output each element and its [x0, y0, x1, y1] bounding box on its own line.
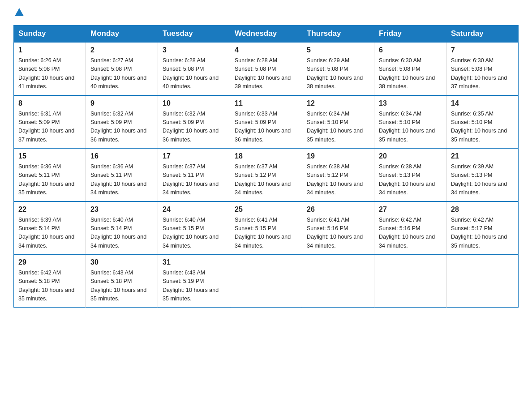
sunrise-label: Sunrise: 6:37 AM: [163, 163, 205, 170]
day-info: Sunrise: 6:26 AM Sunset: 5:08 PM Dayligh…: [18, 56, 81, 91]
sunrise-label: Sunrise: 6:26 AM: [18, 57, 61, 64]
daylight-label: Daylight: 10 hours and 34 minutes.: [235, 181, 291, 196]
day-of-week-header: Sunday: [14, 26, 86, 43]
daylight-label: Daylight: 10 hours and 34 minutes.: [451, 181, 507, 196]
day-info: Sunrise: 6:32 AM Sunset: 5:09 PM Dayligh…: [90, 110, 153, 145]
sunrise-label: Sunrise: 6:40 AM: [163, 217, 205, 223]
daylight-label: Daylight: 10 hours and 34 minutes.: [18, 234, 74, 248]
sunset-label: Sunset: 5:10 PM: [307, 119, 348, 125]
calendar-day-cell: 8 Sunrise: 6:31 AM Sunset: 5:09 PM Dayli…: [14, 95, 86, 149]
calendar-day-cell: 9 Sunrise: 6:32 AM Sunset: 5:09 PM Dayli…: [86, 95, 158, 149]
day-number: 30: [90, 258, 153, 266]
daylight-label: Daylight: 10 hours and 35 minutes.: [451, 128, 507, 142]
day-of-week-header: Thursday: [302, 26, 374, 43]
day-info: Sunrise: 6:38 AM Sunset: 5:12 PM Dayligh…: [307, 163, 369, 197]
sunset-label: Sunset: 5:16 PM: [307, 225, 348, 231]
calendar-day-cell: [230, 254, 302, 307]
calendar-day-cell: 21 Sunrise: 6:39 AM Sunset: 5:13 PM Dayl…: [446, 148, 519, 201]
sunset-label: Sunset: 5:12 PM: [235, 172, 276, 178]
day-number: 1: [18, 46, 81, 54]
day-info: Sunrise: 6:37 AM Sunset: 5:11 PM Dayligh…: [163, 163, 225, 197]
day-info: Sunrise: 6:30 AM Sunset: 5:08 PM Dayligh…: [451, 56, 514, 91]
daylight-label: Daylight: 10 hours and 34 minutes.: [163, 181, 219, 196]
day-number: 11: [235, 99, 297, 107]
sunrise-label: Sunrise: 6:36 AM: [90, 163, 133, 170]
calendar-day-cell: 18 Sunrise: 6:37 AM Sunset: 5:12 PM Dayl…: [230, 148, 302, 201]
day-number: 5: [307, 46, 369, 54]
calendar-day-cell: [302, 254, 374, 307]
day-info: Sunrise: 6:39 AM Sunset: 5:14 PM Dayligh…: [18, 216, 81, 251]
day-info: Sunrise: 6:37 AM Sunset: 5:12 PM Dayligh…: [235, 163, 297, 197]
day-info: Sunrise: 6:41 AM Sunset: 5:15 PM Dayligh…: [235, 216, 297, 251]
day-info: Sunrise: 6:40 AM Sunset: 5:14 PM Dayligh…: [90, 216, 153, 251]
day-info: Sunrise: 6:30 AM Sunset: 5:08 PM Dayligh…: [379, 56, 442, 91]
calendar-day-cell: 11 Sunrise: 6:33 AM Sunset: 5:09 PM Dayl…: [230, 95, 302, 149]
calendar-day-cell: 10 Sunrise: 6:32 AM Sunset: 5:09 PM Dayl…: [158, 95, 230, 149]
calendar-day-cell: 2 Sunrise: 6:27 AM Sunset: 5:08 PM Dayli…: [86, 42, 158, 95]
sunrise-label: Sunrise: 6:31 AM: [18, 111, 61, 117]
sunset-label: Sunset: 5:15 PM: [163, 225, 204, 231]
calendar-day-cell: 3 Sunrise: 6:28 AM Sunset: 5:08 PM Dayli…: [158, 42, 230, 95]
calendar-day-cell: [446, 254, 519, 307]
day-info: Sunrise: 6:34 AM Sunset: 5:10 PM Dayligh…: [379, 110, 442, 145]
day-number: 18: [235, 152, 297, 160]
sunset-label: Sunset: 5:08 PM: [18, 66, 60, 72]
day-info: Sunrise: 6:42 AM Sunset: 5:18 PM Dayligh…: [18, 269, 81, 304]
calendar-day-cell: 12 Sunrise: 6:34 AM Sunset: 5:10 PM Dayl…: [302, 95, 374, 149]
sunset-label: Sunset: 5:09 PM: [163, 119, 204, 125]
day-number: 16: [90, 152, 153, 160]
day-number: 12: [307, 99, 369, 107]
day-number: 3: [163, 46, 225, 54]
sunrise-label: Sunrise: 6:27 AM: [90, 57, 133, 64]
calendar-week-row: 1 Sunrise: 6:26 AM Sunset: 5:08 PM Dayli…: [14, 42, 519, 95]
calendar-day-cell: 30 Sunrise: 6:43 AM Sunset: 5:18 PM Dayl…: [86, 254, 158, 307]
sunset-label: Sunset: 5:18 PM: [90, 278, 132, 284]
day-number: 17: [163, 152, 225, 160]
calendar-day-cell: 7 Sunrise: 6:30 AM Sunset: 5:08 PM Dayli…: [446, 42, 519, 95]
calendar-day-cell: 25 Sunrise: 6:41 AM Sunset: 5:15 PM Dayl…: [230, 201, 302, 255]
calendar-day-cell: 15 Sunrise: 6:36 AM Sunset: 5:11 PM Dayl…: [14, 148, 86, 201]
day-info: Sunrise: 6:43 AM Sunset: 5:19 PM Dayligh…: [163, 269, 225, 304]
sunrise-label: Sunrise: 6:36 AM: [18, 163, 61, 170]
sunrise-label: Sunrise: 6:39 AM: [18, 217, 61, 223]
sunset-label: Sunset: 5:08 PM: [235, 66, 276, 72]
sunrise-label: Sunrise: 6:39 AM: [451, 163, 493, 170]
sunset-label: Sunset: 5:10 PM: [379, 119, 420, 125]
day-number: 27: [379, 206, 442, 214]
day-number: 20: [379, 152, 442, 160]
sunset-label: Sunset: 5:09 PM: [18, 119, 60, 125]
daylight-label: Daylight: 10 hours and 34 minutes.: [90, 234, 146, 248]
sunset-label: Sunset: 5:09 PM: [90, 119, 132, 125]
day-number: 7: [451, 46, 514, 54]
sunset-label: Sunset: 5:11 PM: [90, 172, 132, 178]
sunset-label: Sunset: 5:14 PM: [18, 225, 60, 231]
day-number: 14: [451, 99, 514, 107]
day-info: Sunrise: 6:43 AM Sunset: 5:18 PM Dayligh…: [90, 269, 153, 304]
day-number: 15: [18, 152, 81, 160]
calendar-table: SundayMondayTuesdayWednesdayThursdayFrid…: [13, 25, 519, 308]
calendar-day-cell: 14 Sunrise: 6:35 AM Sunset: 5:10 PM Dayl…: [446, 95, 519, 149]
day-info: Sunrise: 6:31 AM Sunset: 5:09 PM Dayligh…: [18, 110, 81, 145]
day-info: Sunrise: 6:28 AM Sunset: 5:08 PM Dayligh…: [163, 56, 225, 91]
day-info: Sunrise: 6:42 AM Sunset: 5:17 PM Dayligh…: [451, 216, 514, 251]
daylight-label: Daylight: 10 hours and 38 minutes.: [307, 75, 363, 90]
sunrise-label: Sunrise: 6:32 AM: [90, 111, 133, 117]
logo-triangle-icon: [15, 8, 24, 16]
sunrise-label: Sunrise: 6:29 AM: [307, 57, 349, 64]
calendar-week-row: 29 Sunrise: 6:42 AM Sunset: 5:18 PM Dayl…: [14, 254, 519, 307]
day-info: Sunrise: 6:34 AM Sunset: 5:10 PM Dayligh…: [307, 110, 369, 145]
sunset-label: Sunset: 5:11 PM: [163, 172, 204, 178]
sunrise-label: Sunrise: 6:28 AM: [163, 57, 205, 64]
day-info: Sunrise: 6:29 AM Sunset: 5:08 PM Dayligh…: [307, 56, 369, 91]
sunrise-label: Sunrise: 6:33 AM: [235, 111, 277, 117]
sunrise-label: Sunrise: 6:34 AM: [307, 111, 349, 117]
sunset-label: Sunset: 5:13 PM: [379, 172, 420, 178]
sunset-label: Sunset: 5:13 PM: [451, 172, 492, 178]
sunset-label: Sunset: 5:08 PM: [90, 66, 132, 72]
sunrise-label: Sunrise: 6:40 AM: [90, 217, 133, 223]
day-number: 28: [451, 206, 514, 214]
day-number: 6: [379, 46, 442, 54]
sunrise-label: Sunrise: 6:32 AM: [163, 111, 205, 117]
sunset-label: Sunset: 5:15 PM: [235, 225, 276, 231]
sunrise-label: Sunrise: 6:34 AM: [379, 111, 421, 117]
